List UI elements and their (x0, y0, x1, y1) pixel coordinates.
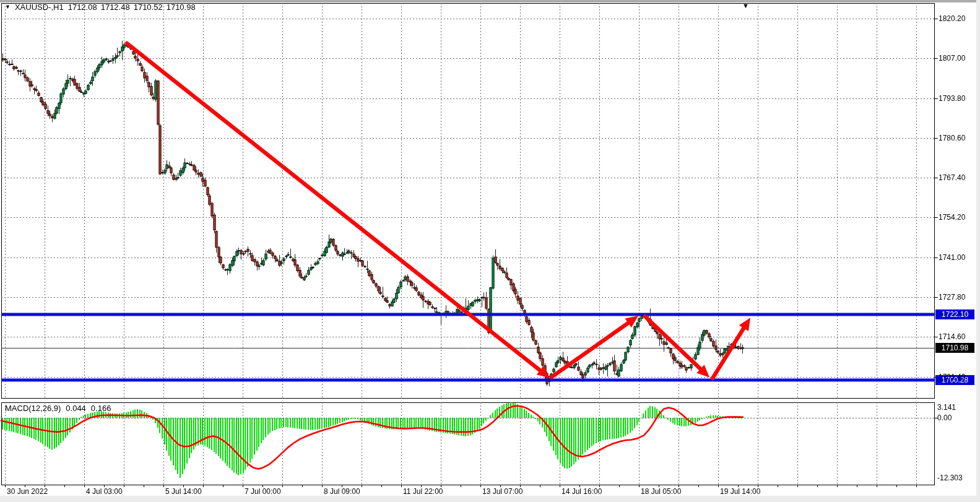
time-axis-label: 13 Jul 07:00 (482, 487, 523, 496)
price-axis-label: 1727.80 (939, 293, 965, 301)
price-badge-resistance: 1722.10 (935, 309, 974, 319)
price-chart-canvas[interactable] (0, 0, 980, 502)
macd-signal-value: 0.166 (91, 404, 111, 413)
open-value: 1712.08 (68, 2, 97, 12)
chart-shift-marker-icon[interactable]: ▼ (742, 2, 749, 9)
ohlc-readout: 1712.081712.481710.521710.98 (68, 2, 199, 12)
close-value: 1710.98 (167, 2, 196, 12)
price-axis-label: 1793.80 (939, 94, 965, 103)
time-axis-label: 30 Jun 2022 (7, 487, 48, 496)
price-axis-label: 1701.40 (939, 373, 965, 381)
chart-window: ▼ XAUUSD-,H1 1712.081712.481710.521710.9… (0, 0, 980, 502)
macd-current-value: 0.044 (66, 404, 86, 413)
time-axis-label: 19 Jul 14:00 (720, 487, 760, 496)
price-axis-label: 1820.20 (939, 14, 965, 23)
price-axis-label: 1767.40 (939, 173, 965, 182)
chart-title: ▼ XAUUSD-,H1 1712.081712.481710.521710.9… (5, 2, 199, 12)
time-axis-label: 7 Jul 00:00 (245, 487, 281, 496)
macd-axis-label: -12.303 (937, 474, 963, 482)
price-axis-label: 1780.60 (939, 134, 965, 142)
time-axis-label: 14 Jul 16:00 (562, 487, 602, 496)
time-axis-label: 11 Jul 22:00 (403, 487, 443, 496)
price-axis-label: 1754.20 (939, 213, 965, 222)
time-axis-label: 5 Jul 14:00 (165, 487, 202, 496)
symbol-dropdown-icon[interactable]: ▼ (5, 3, 11, 11)
time-axis-label: 4 Jul 03:00 (86, 487, 123, 496)
high-value: 1712.48 (101, 2, 130, 12)
price-axis-label: 1714.60 (939, 332, 965, 341)
price-badge-current: 1710.98 (935, 343, 974, 353)
macd-indicator-label: MACD(12,26,9)0.0440.166 (5, 404, 116, 413)
low-value: 1710.52 (134, 2, 163, 12)
time-axis-label: 8 Jul 09:00 (324, 487, 360, 496)
macd-name: MACD(12,26,9) (5, 404, 61, 413)
price-axis-label: 1741.00 (939, 253, 965, 262)
time-axis-label: 18 Jul 05:00 (641, 487, 681, 496)
price-axis-label: 1807.00 (939, 54, 965, 63)
macd-axis-label: 3.141 (937, 403, 956, 412)
symbol-period-label: XAUUSD-,H1 (15, 2, 64, 12)
macd-axis-label: 0.00 (937, 413, 952, 422)
